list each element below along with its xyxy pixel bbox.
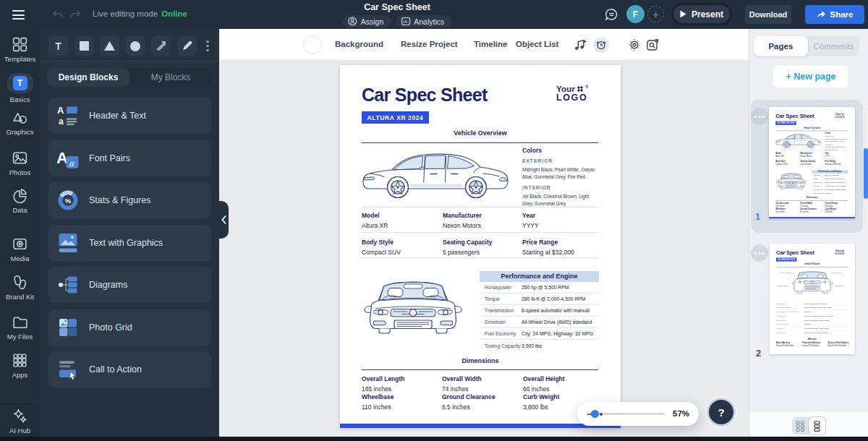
page2-menu-icon[interactable] bbox=[751, 244, 768, 262]
redo-icon[interactable] bbox=[70, 9, 81, 20]
preview-icon[interactable] bbox=[646, 38, 659, 51]
rail-item-templates[interactable]: Templates bbox=[0, 36, 40, 63]
tab-pages[interactable]: Pages bbox=[754, 36, 808, 56]
canvas-column: Background Resize Project Timeline Objec… bbox=[219, 29, 749, 441]
apps-icon bbox=[12, 352, 28, 369]
online-status: Online bbox=[161, 9, 187, 18]
rail-item-ai-hub[interactable]: AI Hub bbox=[0, 408, 40, 434]
present-button[interactable]: Present bbox=[671, 3, 732, 25]
rail-item-basics[interactable]: T Basics bbox=[0, 73, 40, 103]
menu-icon[interactable] bbox=[12, 10, 25, 20]
add-music-icon[interactable] bbox=[573, 38, 587, 52]
svg-text:%: % bbox=[65, 197, 72, 205]
diagrams-icon bbox=[56, 273, 80, 296]
performance-table: Performance and Engine Horsepower250 hp … bbox=[480, 271, 599, 351]
stats-figures-icon: % bbox=[56, 189, 80, 212]
sparkles-icon bbox=[12, 408, 28, 424]
analytics-button[interactable]: Analytics bbox=[396, 15, 451, 27]
triangle-tool-button[interactable] bbox=[100, 36, 119, 56]
live-editing-label: Live editing mode bbox=[93, 9, 158, 18]
project-title[interactable]: Car Spec Sheet bbox=[364, 2, 430, 12]
background-button[interactable]: Background bbox=[335, 40, 383, 48]
rail-item-graphics[interactable]: Graphics bbox=[0, 109, 40, 136]
pages-scrollbar[interactable] bbox=[864, 148, 868, 199]
list-view-button[interactable] bbox=[809, 417, 825, 434]
car-front-illustration bbox=[360, 276, 466, 343]
rail-item-my-files[interactable]: My Files bbox=[0, 314, 40, 341]
font-pairs-icon: Aa bbox=[56, 147, 80, 170]
background-color-swatch[interactable] bbox=[303, 35, 322, 54]
svg-text:A: A bbox=[57, 105, 64, 116]
square-tool-button[interactable] bbox=[75, 36, 94, 56]
rail-item-media[interactable]: Media bbox=[0, 236, 40, 262]
tab-my-blocks[interactable]: My Blocks bbox=[129, 68, 212, 87]
chart-icon bbox=[401, 17, 410, 26]
tab-design-blocks[interactable]: Design Blocks bbox=[47, 68, 129, 87]
grid-view-button[interactable] bbox=[792, 417, 809, 434]
new-page-button[interactable]: + New page bbox=[773, 66, 848, 87]
circle-tool-button[interactable] bbox=[126, 36, 145, 56]
person-icon bbox=[348, 17, 357, 26]
logo-icon bbox=[576, 85, 584, 93]
pages-panel: Pages Comments + New page Car Spec Sheet… bbox=[749, 29, 868, 441]
doc-badge: ALTURA XR 2024 bbox=[775, 121, 796, 125]
resize-project-button[interactable]: Resize Project bbox=[401, 40, 458, 48]
call-to-action-icon bbox=[56, 358, 80, 381]
timer-icon[interactable] bbox=[593, 37, 609, 53]
pen-tool-button[interactable] bbox=[177, 36, 197, 56]
page2-number: 2 bbox=[756, 348, 761, 359]
doc-logo: Your ® LOGO bbox=[835, 113, 848, 119]
undo-icon[interactable] bbox=[52, 9, 63, 20]
text-tool-button[interactable]: T bbox=[48, 36, 68, 56]
header-text-icon: Aa bbox=[56, 104, 80, 127]
media-icon bbox=[12, 236, 28, 252]
block-font-pairs[interactable]: Aa Font Pairs bbox=[48, 140, 211, 176]
block-photo-grid[interactable]: Photo Grid bbox=[48, 309, 211, 346]
settings-icon[interactable] bbox=[628, 38, 641, 51]
page1-thumbnail[interactable]: Car Spec Sheet ALTURA XR 2024 Your ® LOG… bbox=[769, 107, 855, 218]
overview-heading: Vehicle Overview bbox=[769, 127, 855, 129]
block-header-text[interactable]: Aa Header & Text bbox=[48, 98, 211, 134]
assign-button[interactable]: Assign bbox=[343, 15, 391, 27]
canvas-area[interactable]: Car Spec Sheet ALTURA XR 2024 Your ® LOG… bbox=[219, 61, 749, 441]
rail-item-photos[interactable]: Photos bbox=[0, 150, 40, 176]
data-icon bbox=[12, 187, 28, 204]
zoom-slider-handle[interactable] bbox=[591, 410, 599, 418]
line-tool-button[interactable] bbox=[151, 36, 171, 56]
brand-kit-icon bbox=[12, 274, 28, 291]
more-tools-icon[interactable] bbox=[203, 36, 213, 56]
document-page[interactable]: Car Spec Sheet ALTURA XR 2024 Your ® LOG… bbox=[769, 107, 855, 218]
block-text-graphics[interactable]: Text with Graphics bbox=[48, 225, 211, 261]
doc-title: Car Spec Sheet bbox=[362, 85, 488, 106]
collapse-panel-button[interactable] bbox=[219, 201, 229, 239]
help-button[interactable]: ? bbox=[707, 398, 736, 427]
timeline-button[interactable]: Timeline bbox=[474, 40, 507, 48]
dimensions-heading: Dimensions bbox=[769, 197, 855, 199]
performance-table: Performance and Engine Horsepower250 hp … bbox=[812, 170, 848, 194]
share-button[interactable]: Share bbox=[805, 5, 864, 24]
page2-thumbnail[interactable]: Car Spec Sheet ALTURA XR 2024 Your ® LOG… bbox=[770, 244, 855, 354]
rail-item-apps[interactable]: Apps bbox=[0, 352, 40, 379]
rail-item-brand-kit[interactable]: Brand Kit bbox=[0, 274, 40, 301]
design-blocks-panel: T Design Blocks My Blocks Aa Header & Te… bbox=[40, 29, 219, 441]
download-button[interactable]: Download bbox=[745, 5, 791, 24]
block-diagrams[interactable]: Diagrams bbox=[48, 267, 211, 303]
doc-badge: ALTURA XR 2024 bbox=[362, 111, 429, 124]
rail-item-data[interactable]: Data bbox=[0, 187, 40, 214]
block-call-to-action[interactable]: Call to Action bbox=[48, 351, 211, 388]
colors-section: Colors EXTERIOR Midnight Black, Pearl Wh… bbox=[825, 132, 848, 150]
tab-comments[interactable]: Comments bbox=[808, 36, 859, 56]
text-graphics-icon bbox=[56, 231, 80, 254]
zoom-level: 57% bbox=[673, 409, 689, 418]
zoom-fit-marker bbox=[600, 413, 603, 416]
avatar[interactable]: F bbox=[626, 5, 644, 23]
svg-text:a: a bbox=[69, 157, 75, 168]
block-stats-figures[interactable]: % Stats & Figures bbox=[48, 182, 211, 218]
comments-icon[interactable] bbox=[605, 8, 618, 22]
photos-icon bbox=[12, 150, 28, 166]
add-collaborator-button[interactable]: + bbox=[647, 6, 664, 22]
page1-menu-icon[interactable] bbox=[751, 108, 768, 125]
document-page[interactable]: Car Spec Sheet ALTURA XR 2024 Your ® LOG… bbox=[340, 65, 621, 428]
folder-icon bbox=[12, 314, 28, 330]
object-list-button[interactable]: Object List bbox=[516, 40, 558, 48]
